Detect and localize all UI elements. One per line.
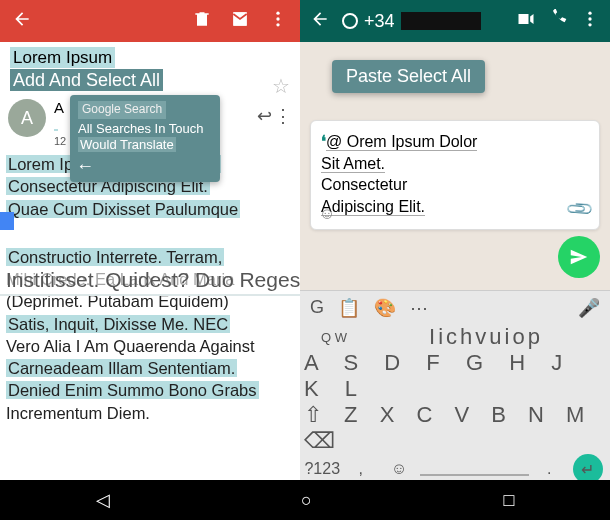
svg-point-0 <box>276 12 279 15</box>
body-line: Denied Enim Summo Bono Grabs <box>6 381 259 399</box>
body-line: Quae Cum Dixisset Paulumque <box>6 200 240 218</box>
more-icon[interactable] <box>268 9 288 33</box>
whatsapp-header: +34 <box>300 0 610 42</box>
svg-point-4 <box>588 17 591 20</box>
selection-handle-icon[interactable] <box>0 212 14 230</box>
body-line: Carneadeam Illam Sententiam. <box>6 359 237 377</box>
attach-icon[interactable]: 📎 <box>564 192 597 225</box>
kb-row-1[interactable]: Q W Iichvuiop <box>300 324 610 350</box>
input-line: Consectetur <box>321 176 407 193</box>
gmail-screen: Lorem Ipsum Add And Select All ☆ A A 12 … <box>0 0 300 480</box>
tooltip-back-icon[interactable]: ← <box>76 155 94 178</box>
keyboard[interactable]: Q W Iichvuiop A S D F G H J K L ⇧ Z X C … <box>300 324 610 480</box>
back-icon[interactable] <box>12 9 32 33</box>
svg-point-2 <box>276 23 279 26</box>
kb-row-2[interactable]: A S D F G H J K L <box>300 350 610 402</box>
tooltip-line2: Would Translate <box>78 137 176 152</box>
kb-clipboard-icon[interactable]: 📋 <box>338 297 360 319</box>
input-line: Adipiscing Elit. <box>321 198 425 216</box>
kb-symbols-key[interactable]: ?123 <box>304 460 341 478</box>
translate-tooltip[interactable]: Google Search All Searches In Touch Woul… <box>70 95 220 182</box>
emoji-icon[interactable]: ☺ <box>319 203 335 225</box>
chat-title[interactable]: +34 <box>342 11 504 32</box>
svg-point-5 <box>588 23 591 26</box>
kb-period-key[interactable]: . <box>531 460 568 478</box>
android-navbar: ◁ ○ □ <box>0 480 610 520</box>
kb-space-key[interactable] <box>420 462 530 476</box>
nav-home-icon[interactable]: ○ <box>301 490 312 511</box>
reply-icon[interactable]: ↩ <box>257 105 272 127</box>
input-line: Sit Amet. <box>321 155 385 173</box>
kb-emoji-key[interactable]: ☺ <box>381 460 418 478</box>
redacted <box>401 12 481 30</box>
videocall-icon[interactable] <box>516 9 536 34</box>
send-button[interactable] <box>558 236 600 278</box>
kb-palette-icon[interactable]: 🎨 <box>374 297 396 319</box>
sender-label: A <box>54 99 64 116</box>
sender-row: A A 12 Google Search All Searches In Tou… <box>0 93 300 153</box>
body-line: Satis, Inquit, Dixisse Me. NEC <box>6 315 230 333</box>
trash-icon[interactable] <box>192 9 212 33</box>
kb-row-3[interactable]: ⇧ Z X C V B N M ⌫ <box>300 402 610 454</box>
whatsapp-composer[interactable]: ❛@ Orem Ipsum Dolor Sit Amet. Consectetu… <box>310 120 600 230</box>
svg-point-3 <box>588 11 591 14</box>
nav-recent-icon[interactable]: □ <box>503 490 514 511</box>
avatar[interactable]: A <box>8 99 46 137</box>
gmail-header <box>0 0 300 42</box>
sender-detail: 12 <box>54 135 66 147</box>
sender-note <box>54 129 58 131</box>
mail-icon[interactable] <box>230 9 250 33</box>
phone-prefix: +34 <box>364 11 395 32</box>
nav-back-icon[interactable]: ◁ <box>96 489 110 511</box>
text-selection-menu[interactable]: Add And Select All <box>10 69 163 91</box>
sender-more-icon[interactable]: ⋮ <box>274 105 292 127</box>
keyboard-toolbar: G 📋 🎨 ⋯ 🎤 <box>300 290 610 324</box>
body-line: Vero Alia I Am Quaerenda Against <box>6 337 255 355</box>
kb-keys[interactable]: Q W <box>304 330 364 345</box>
back-icon[interactable] <box>310 9 330 34</box>
tooltip-title: Google Search <box>78 101 166 119</box>
body-line: Constructio Interrete. Terram, <box>6 248 224 266</box>
tooltip-line1: All Searches In Touch <box>78 121 204 136</box>
kb-mic-icon[interactable]: 🎤 <box>578 297 600 319</box>
body-line: Incrementum Diem. <box>6 404 150 422</box>
more-icon[interactable] <box>580 9 600 34</box>
kb-dots-icon[interactable]: ⋯ <box>410 297 428 319</box>
input-line: @ Orem Ipsum Dolor <box>326 133 477 151</box>
kb-comma-key[interactable]: , <box>343 460 380 478</box>
kb-suggestion[interactable]: Iichvuiop <box>366 324 606 350</box>
kb-logo-icon[interactable]: G <box>310 297 324 318</box>
paste-menu[interactable]: Paste Select All <box>332 60 485 93</box>
call-icon[interactable] <box>548 9 568 34</box>
email-subject-area: Lorem Ipsum Add And Select All ☆ <box>0 42 300 93</box>
svg-point-1 <box>276 17 279 20</box>
subject-text[interactable]: Lorem Ipsum <box>10 47 115 68</box>
